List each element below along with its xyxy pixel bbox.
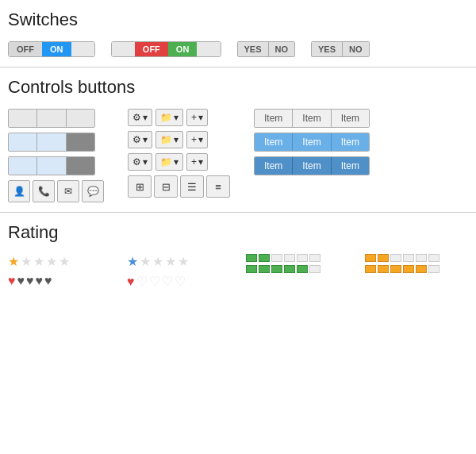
star-o-2[interactable]: ★ <box>21 254 32 269</box>
yes-no-group-1[interactable]: YES NO <box>237 41 296 57</box>
orange-prog-row-2 <box>365 265 468 273</box>
folder-icon-2: 📁 <box>160 134 172 145</box>
seg-3-s2[interactable] <box>37 157 66 175</box>
grid-4-btn[interactable]: ⊞ <box>128 175 152 198</box>
seg-3-s1[interactable] <box>9 157 37 175</box>
seg-bar-1[interactable] <box>8 109 95 128</box>
heart-d-3[interactable]: ♥ <box>26 274 34 288</box>
star-b-3[interactable]: ★ <box>152 254 163 269</box>
folder-btn-2[interactable]: 📁▾ <box>155 131 183 148</box>
op-2-3 <box>390 265 401 273</box>
item-3-1[interactable]: Item <box>255 157 293 175</box>
list-btn[interactable]: ☰ <box>180 175 204 198</box>
controls-title: Controls buttons <box>8 77 468 98</box>
phone-icon-btn[interactable]: 📞 <box>33 180 55 202</box>
op-1-1 <box>365 254 376 262</box>
heart-d-4[interactable]: ♥ <box>36 274 44 288</box>
star-b-1[interactable]: ★ <box>127 254 138 269</box>
heart-d-2[interactable]: ♥ <box>17 274 25 288</box>
heart-o-5[interactable]: ♡ <box>175 274 186 289</box>
item-2-3[interactable]: Item <box>332 133 369 151</box>
heart-o-4[interactable]: ♡ <box>162 274 173 289</box>
heart-d-5[interactable]: ♥ <box>44 274 52 288</box>
plus-icon-2: + <box>191 134 197 145</box>
green-prog-row-2 <box>246 265 349 273</box>
star-b-4[interactable]: ★ <box>165 254 176 269</box>
toggle-on-green-label[interactable]: ON <box>168 42 198 56</box>
toggle-on-label[interactable]: ON <box>42 42 71 56</box>
toggle-off-on-blue[interactable]: OFF ON <box>8 41 95 57</box>
op-2-4 <box>403 265 414 273</box>
arrow-icon-8: ▾ <box>174 156 178 167</box>
star-b-2[interactable]: ★ <box>140 254 151 269</box>
star-o-3[interactable]: ★ <box>33 254 44 269</box>
heart-o-2[interactable]: ♡ <box>136 274 148 289</box>
gp-2-4 <box>284 265 295 273</box>
icon-btn-row-2: ⚙▾ 📁▾ +▾ <box>128 131 230 148</box>
folder-btn-3[interactable]: 📁▾ <box>155 153 183 171</box>
arrow-icon-7: ▾ <box>143 156 148 167</box>
yes-no-group-2[interactable]: YES NO <box>311 41 370 57</box>
plus-btn-3[interactable]: +▾ <box>186 153 208 171</box>
toggle-off-red-label[interactable]: OFF <box>135 42 168 56</box>
item-group-3[interactable]: Item Item Item <box>254 156 370 175</box>
person-icon-btn[interactable]: 👤 <box>8 180 30 202</box>
item-1-3[interactable]: Item <box>332 110 369 127</box>
no-label-2[interactable]: NO <box>343 42 369 56</box>
item-group-1[interactable]: Item Item Item <box>254 109 370 128</box>
seg-2-s2[interactable] <box>37 133 66 151</box>
plus-btn-1[interactable]: +▾ <box>186 109 208 126</box>
yes-label-1[interactable]: YES <box>238 42 269 56</box>
star-o-4[interactable]: ★ <box>46 254 57 269</box>
gear-btn-1[interactable]: ⚙▾ <box>128 109 152 126</box>
item-3-2[interactable]: Item <box>293 157 331 175</box>
yes-label-2[interactable]: YES <box>312 42 343 56</box>
seg-1-s3[interactable] <box>67 110 94 127</box>
gp-2-6 <box>309 265 321 273</box>
seg-1-s1[interactable] <box>9 110 37 127</box>
star-o-1[interactable]: ★ <box>8 254 19 269</box>
op-1-6 <box>428 254 440 262</box>
folder-icon-3: 📁 <box>160 156 172 167</box>
toggle-neutral[interactable] <box>71 42 94 56</box>
heart-r-1[interactable]: ♥ <box>8 274 16 288</box>
item-group-2[interactable]: Item Item Item <box>254 133 370 152</box>
heart-o-3[interactable]: ♡ <box>149 274 160 289</box>
seg-bar-2[interactable] <box>8 133 95 152</box>
item-2-1[interactable]: Item <box>255 133 293 151</box>
grid-2-btn[interactable]: ⊟ <box>154 175 178 198</box>
item-2-2[interactable]: Item <box>293 133 331 151</box>
orange-star-col: ★ ★ ★ ★ ★ ♥ ♥ ♥ ♥ ♥ <box>8 254 111 289</box>
star-b-5[interactable]: ★ <box>178 254 189 269</box>
arrow-icon-4: ▾ <box>143 134 148 145</box>
detail-list-btn[interactable]: ≡ <box>206 175 230 198</box>
gear-btn-3[interactable]: ⚙▾ <box>128 153 152 171</box>
seg-2-s3[interactable] <box>67 133 94 151</box>
folder-btn-1[interactable]: 📁▾ <box>155 109 183 126</box>
seg-2-s1[interactable] <box>9 133 37 151</box>
item-1-2[interactable]: Item <box>293 110 331 127</box>
gear-icon-1: ⚙ <box>132 112 141 123</box>
plus-btn-2[interactable]: +▾ <box>186 131 208 148</box>
no-label-1[interactable]: NO <box>269 42 295 56</box>
item-btns-col: Item Item Item Item Item Item Item Item … <box>254 109 370 175</box>
gp-1-4 <box>284 254 295 262</box>
plus-icon-3: + <box>191 156 197 167</box>
toggle-neutral-right[interactable] <box>197 42 220 56</box>
item-1-1[interactable]: Item <box>255 110 293 127</box>
seg-1-s2[interactable] <box>37 110 66 127</box>
gp-2-5 <box>297 265 308 273</box>
seg-bar-3[interactable] <box>8 156 95 175</box>
heart-o-1[interactable]: ♥ <box>127 275 135 289</box>
controls-main-row: 👤 📞 ✉ 💬 ⚙▾ 📁▾ +▾ ⚙▾ 📁▾ +▾ ⚙▾ <box>8 109 468 202</box>
toggle-neutral-left[interactable] <box>112 42 135 56</box>
gear-btn-2[interactable]: ⚙▾ <box>128 131 152 148</box>
email-icon-btn[interactable]: ✉ <box>57 180 79 202</box>
seg-3-s3[interactable] <box>67 157 94 175</box>
item-3-3[interactable]: Item <box>332 157 369 175</box>
op-2-2 <box>378 265 389 273</box>
toggle-off-label[interactable]: OFF <box>9 42 42 56</box>
toggle-off-on-color[interactable]: OFF ON <box>111 41 221 57</box>
chat-icon-btn[interactable]: 💬 <box>82 180 104 202</box>
star-o-5[interactable]: ★ <box>59 254 70 269</box>
